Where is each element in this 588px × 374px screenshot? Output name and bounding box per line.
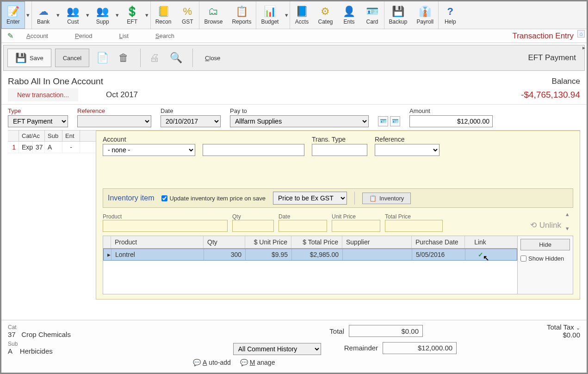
menu-search[interactable]: Search: [149, 31, 181, 41]
cell-supplier: [343, 249, 412, 260]
budget-dropdown[interactable]: ▾: [283, 1, 290, 29]
inv-date-input[interactable]: [279, 220, 327, 232]
manage-icon: 💬: [240, 359, 248, 366]
action-toolbar: 💾Save Cancel 📄 🗑 🖨 🔍 Close EFT Payment ▸: [3, 45, 585, 71]
detail-transtype-input[interactable]: [312, 144, 367, 156]
col-catac: Cat/Ac: [19, 131, 45, 141]
reports-icon: 📋: [235, 6, 248, 18]
accts-icon: 📘: [296, 6, 308, 18]
chevron-down-icon[interactable]: ⌄: [576, 325, 580, 330]
unlink-button[interactable]: ⟲Unlink: [530, 220, 561, 232]
save-icon: 💾: [15, 52, 27, 63]
backup-button[interactable]: 💾Backup: [384, 1, 412, 29]
action-subtitle: EFT Payment: [528, 53, 581, 62]
gst-button[interactable]: %GST: [176, 1, 199, 29]
cust-button[interactable]: 👥Cust: [62, 1, 85, 29]
remainder-value: $12,000.00: [383, 342, 457, 354]
eft-label: EFT: [127, 19, 137, 25]
enter-dropdown[interactable]: ▾: [25, 1, 31, 29]
th-purchasedate: Purchase Date: [412, 236, 465, 248]
manage-link[interactable]: 💬Manage: [240, 359, 275, 366]
autoadd-link[interactable]: 💬Auto-add: [193, 359, 231, 366]
bank-button[interactable]: ☁Bank: [32, 1, 55, 29]
detail-account-value[interactable]: [203, 144, 304, 156]
menu-period[interactable]: Period: [68, 31, 99, 41]
detail-account-select[interactable]: - none -: [103, 144, 195, 156]
menu-account[interactable]: Account: [20, 31, 55, 41]
cust-label: Cust: [67, 19, 79, 25]
edit-icon[interactable]: ✎: [5, 31, 15, 41]
inv-qty-input[interactable]: [232, 220, 274, 232]
cell-qty: 300: [204, 249, 246, 260]
comment-history-select[interactable]: All Comment History: [233, 343, 321, 355]
inventory-header: Inventory item Update inventory item pri…: [103, 188, 573, 208]
cancel-button[interactable]: Cancel: [55, 49, 89, 67]
collapse-arrow-icon[interactable]: ▸: [582, 44, 585, 51]
cust-dropdown[interactable]: ▾: [85, 1, 91, 29]
inventory-title: Inventory item: [108, 194, 154, 202]
detail-reference-select[interactable]: [375, 144, 439, 156]
recon-button[interactable]: 📒Recon: [151, 1, 176, 29]
scroll-up-icon[interactable]: ▴: [566, 211, 573, 218]
reference-select[interactable]: [77, 115, 151, 127]
balance-value: -$4,765,130.94: [521, 90, 580, 100]
recon-icon: 📒: [157, 6, 170, 18]
save-button[interactable]: 💾Save: [7, 49, 51, 67]
copy-button[interactable]: 📄: [93, 49, 111, 67]
ents-button[interactable]: 👤Ents: [338, 1, 361, 29]
menu-list[interactable]: List: [113, 31, 135, 41]
card-link-icon[interactable]: 🪪: [378, 116, 388, 126]
reference-label: Reference: [77, 107, 151, 114]
accts-button[interactable]: 📘Accts: [290, 1, 313, 29]
type-select[interactable]: EFT Payment: [8, 115, 68, 127]
enter-icon: 📝: [7, 6, 19, 18]
update-price-checkbox[interactable]: Update inventory item price on save: [161, 195, 265, 202]
payroll-button[interactable]: 👔Payroll: [412, 1, 439, 29]
account-subheader: New transaction... Oct 2017 -$4,765,130.…: [1, 88, 587, 105]
detail-panel: Account - none - Trans. Type Reference I…: [96, 131, 580, 299]
browse-button[interactable]: 🗂Browse: [199, 1, 227, 29]
home-icon[interactable]: ⌂: [577, 30, 585, 37]
payto-select[interactable]: Allfarm Supplies: [230, 115, 369, 127]
categ-button[interactable]: ⚙Categ: [313, 1, 337, 29]
hide-button[interactable]: Hide: [520, 239, 570, 250]
inventory-button[interactable]: 📋Inventory: [362, 193, 411, 204]
close-button[interactable]: Close: [198, 51, 228, 65]
scroll-down-icon[interactable]: ▾: [566, 225, 573, 232]
th-link: Link: [465, 236, 495, 248]
th-product: Product: [111, 236, 204, 248]
budget-button[interactable]: 📊Budget: [256, 1, 283, 29]
reports-button[interactable]: 📋Reports: [227, 1, 256, 29]
eft-button[interactable]: 💲EFT: [121, 1, 144, 29]
browse-label: Browse: [204, 19, 223, 25]
th-qty: Qty: [204, 236, 245, 248]
bank-label: Bank: [37, 19, 50, 25]
show-hidden-checkbox[interactable]: Show Hidden: [520, 255, 570, 262]
amount-input[interactable]: [409, 115, 493, 127]
new-transaction-tab[interactable]: New transaction...: [8, 88, 78, 101]
delete-button[interactable]: 🗑: [114, 49, 133, 67]
inv-table-row[interactable]: ▸ Lontrel 300 $9.95 $2,985.00 5/05/2016 …: [103, 249, 517, 261]
detail-reference-label: Reference: [375, 136, 439, 143]
supp-button[interactable]: 👥Supp: [91, 1, 114, 29]
cell-link[interactable]: ✓↖: [465, 249, 496, 260]
inventory-table: Product Qty $ Unit Price $ Total Price S…: [103, 236, 573, 294]
col-ent: Ent: [62, 131, 80, 141]
bank-dropdown[interactable]: ▾: [55, 1, 62, 29]
card-icon: 🪪: [366, 6, 378, 18]
inventory-icon: 📋: [369, 195, 377, 202]
enter-button[interactable]: 📝Enter: [1, 1, 25, 29]
inv-totalprice-input[interactable]: [385, 220, 443, 232]
payto-label: Pay to: [230, 107, 369, 114]
eft-dropdown[interactable]: ▾: [144, 1, 150, 29]
price-mode-select[interactable]: Price to be Ex GST: [273, 192, 347, 205]
menu-bar: ✎ Account Period List Search Transaction…: [1, 29, 587, 43]
date-input[interactable]: 20/10/2017: [161, 115, 221, 127]
inv-product-input[interactable]: [103, 220, 228, 232]
card-button[interactable]: 🪪Card: [361, 1, 384, 29]
supp-dropdown[interactable]: ▾: [114, 1, 121, 29]
inv-date-label: Date: [279, 213, 327, 220]
inv-unitprice-input[interactable]: [332, 220, 380, 232]
card-add-icon[interactable]: 🪪: [390, 116, 400, 126]
help-button[interactable]: ?Help: [439, 1, 462, 29]
